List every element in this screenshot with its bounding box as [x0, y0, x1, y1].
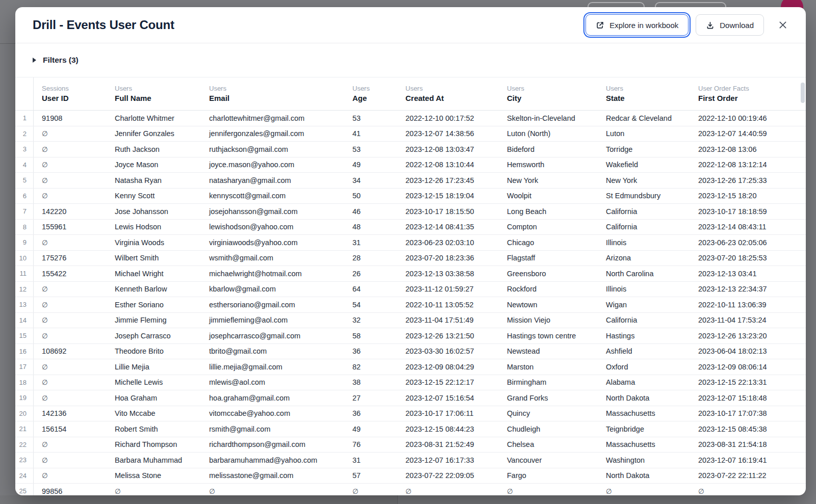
table-cell: Grand Forks [499, 390, 598, 406]
table-row[interactable]: 18∅Michelle Lewismlewis@aol.com382023-12… [15, 375, 806, 391]
row-number: 14 [15, 313, 34, 328]
table-cell: 28 [344, 251, 397, 266]
table-cell: 26 [344, 266, 397, 281]
table-cell: 32 [344, 313, 397, 328]
table-cell: 2023-07-20 18:23:36 [397, 251, 499, 266]
table-cell: 2023-12-07 16:17:33 [397, 453, 499, 468]
table-cell: wsmith@gmail.com [201, 251, 344, 266]
table-cell: Rockford [499, 282, 598, 297]
table-cell: 2023-12-15 22:12:17 [397, 375, 499, 390]
table-cell: Ruth Jackson [107, 142, 201, 157]
table-row[interactable]: 191908Charlotte Whitmercharlottewhitmer@… [15, 111, 806, 126]
table-row[interactable]: 2599856∅∅∅∅∅∅∅ [15, 484, 806, 495]
table-cell: Birmingham [499, 375, 598, 390]
table-row[interactable]: 11155422Michael Wrightmichaelwright@hotm… [15, 266, 806, 282]
table-cell: 175276 [34, 251, 107, 266]
table-cell: 2023-12-15 18:20 [690, 189, 806, 204]
row-number: 3 [15, 142, 34, 157]
table-row[interactable]: 19∅Hoa Grahamhoa.graham@gmail.com272023-… [15, 390, 806, 406]
table-row[interactable]: 15∅Joseph Carrascojosephcarrasco@gmail.c… [15, 328, 806, 344]
download-button[interactable]: Download [696, 14, 764, 36]
table-cell: Newtown [499, 297, 598, 312]
table-cell: Jennifer Gonzales [107, 126, 201, 142]
row-number: 7 [15, 204, 34, 219]
table-row[interactable]: 2∅Jennifer Gonzalesjennifergonzales@gmai… [15, 126, 806, 142]
table-cell: 31 [344, 235, 397, 250]
filters-toggle[interactable]: Filters (3) [15, 43, 806, 77]
row-number: 15 [15, 328, 34, 343]
table-cell: Lillie Mejia [107, 359, 201, 375]
table-cell: 2023-12-15 22:13:31 [690, 375, 806, 390]
table-cell: mlewis@aol.com [201, 375, 344, 390]
table-row[interactable]: 16108692Theodore Britotbrito@gmail.com36… [15, 344, 806, 360]
table-cell: Hastings town centre [499, 328, 598, 343]
row-number: 18 [15, 375, 34, 390]
table-cell: Fargo [499, 468, 598, 484]
table-cell: 2023-12-15 08:45:38 [690, 421, 806, 437]
table-cell: 2023-12-09 08:04:29 [397, 359, 499, 375]
table-cell: Luton [598, 126, 690, 142]
row-number: 10 [15, 251, 34, 266]
table-row[interactable]: 5∅Natasha Ryannatasharyan@gmail.com34202… [15, 173, 806, 189]
table-cell: Theodore Brito [107, 344, 201, 359]
column-header-state: UsersState [598, 77, 690, 110]
column-group-label: Sessions [42, 85, 103, 92]
table-row[interactable]: 3∅Ruth Jacksonruthjackson@gmail.com53202… [15, 142, 806, 157]
table-row[interactable]: 20142136Vito Mccabevitomccabe@yahoo.com3… [15, 406, 806, 422]
table-cell: 2022-12-10 00:17:52 [397, 111, 499, 126]
table-row[interactable]: 7142220Jose Johanssonjosejohansson@gmail… [15, 204, 806, 220]
table-row[interactable]: 4∅Joyce Masonjoyce.mason@yahoo.com492022… [15, 157, 806, 173]
table-cell: kbarlow@gmail.com [201, 282, 344, 297]
table-cell: Massachusetts [598, 437, 690, 453]
table-cell: melissastone@gmail.com [201, 468, 344, 484]
table-cell: 2023-12-13 03:41 [690, 266, 806, 281]
table-cell: 2022-12-10 00:19:46 [690, 111, 806, 126]
table-cell: California [598, 313, 690, 328]
table-row[interactable]: 10175276Wilbert Smithwsmith@gmail.com282… [15, 251, 806, 267]
table-row[interactable]: 12∅Kenneth Barlowkbarlow@gmail.com642023… [15, 282, 806, 298]
table-cell: lewishodson@yahoo.com [201, 220, 344, 235]
table-cell: 82 [344, 359, 397, 375]
table-cell: Joseph Carrasco [107, 328, 201, 343]
table-header: SessionsUser IDUsersFull NameUsersEmailU… [15, 77, 806, 111]
table-cell: ∅ [690, 484, 806, 495]
column-field-label: Email [209, 94, 340, 102]
vertical-scrollbar[interactable] [801, 83, 805, 103]
table-cell: Illinois [598, 282, 690, 297]
table-row[interactable]: 9∅Virginia Woodsvirginiawoods@yahoo.com3… [15, 235, 806, 251]
table-row[interactable]: 24∅Melissa Stonemelissastone@gmail.com57… [15, 468, 806, 484]
table-cell: 2023-10-17 18:18:59 [690, 204, 806, 219]
table-cell: Joyce Mason [107, 157, 201, 173]
table-cell: ∅ [34, 297, 107, 312]
table-row[interactable]: 8155961Lewis Hodsonlewishodson@yahoo.com… [15, 220, 806, 235]
column-field-label: City [507, 94, 594, 102]
column-group-label: Users [606, 85, 686, 92]
table-row[interactable]: 17∅Lillie Mejialillie.mejia@gmail.com822… [15, 359, 806, 375]
table-cell: 27 [344, 390, 397, 406]
table-cell: kennyscott@gmail.com [201, 189, 344, 204]
table-cell: 2023-07-22 22:11:22 [690, 468, 806, 484]
table-row[interactable]: 23∅Barbara Muhammadbarbaramuhammad@yahoo… [15, 453, 806, 468]
explore-in-workbook-button[interactable]: Explore in workbook [585, 14, 688, 36]
table-cell: 31 [344, 453, 397, 468]
table-cell: Jose Johansson [107, 204, 201, 219]
table-cell: Michelle Lewis [107, 375, 201, 390]
table-cell: ∅ [107, 484, 201, 495]
close-button[interactable] [775, 17, 790, 33]
table-cell: Massachusetts [598, 406, 690, 421]
table-row[interactable]: 21156154Robert Smithrsmith@gmail.com4920… [15, 421, 806, 437]
row-number: 2 [15, 126, 34, 142]
table-cell: lillie.mejia@gmail.com [201, 359, 344, 375]
table-row[interactable]: 22∅Richard Thompsonrichardthompson@gmail… [15, 437, 806, 453]
table-row[interactable]: 6∅Kenny Scottkennyscott@gmail.com502023-… [15, 189, 806, 204]
table-row[interactable]: 13∅Esther Sorianoesthersoriano@gmail.com… [15, 297, 806, 313]
table-cell: 2023-03-30 16:02:57 [397, 344, 499, 359]
table-cell: 91908 [34, 111, 107, 126]
table-row[interactable]: 14∅Jimmie Flemingjimmiefleming@aol.com32… [15, 313, 806, 329]
table-cell: 2023-07-20 18:25:53 [690, 251, 806, 266]
table-cell: 41 [344, 126, 397, 142]
table-cell: 2022-10-11 13:06:39 [690, 297, 806, 312]
table-cell: Luton (North) [499, 126, 598, 142]
table-cell: Lewis Hodson [107, 220, 201, 235]
table-cell: Natasha Ryan [107, 173, 201, 188]
